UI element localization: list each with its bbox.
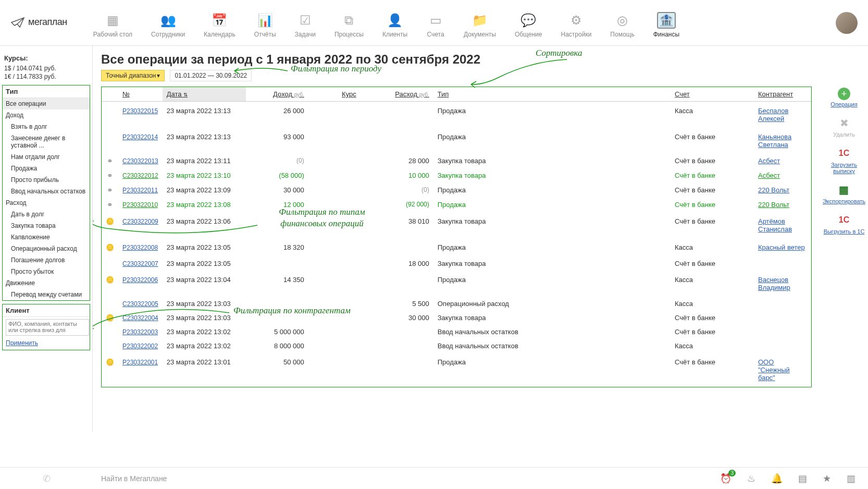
contractor-link[interactable]: Каньянова Светлана [758, 133, 791, 149]
contractor-link[interactable]: 220 Вольт [758, 186, 789, 194]
filter-sub-item[interactable]: Просто прибыль [3, 174, 90, 186]
nav-Рабочий стол[interactable]: ▦Рабочий стол [93, 12, 132, 38]
col-rate[interactable]: Курс [308, 87, 361, 102]
filter-sub-item[interactable]: Капвложение [3, 231, 90, 243]
col-expense[interactable]: Расход руб. [361, 87, 433, 102]
contractor-link[interactable]: ООО "Снежный барс" [758, 358, 790, 382]
filter-sub-item[interactable]: Дать в долг [3, 209, 90, 220]
contractor-link[interactable]: Артёмов Станислав [758, 217, 792, 233]
filter-sub-item[interactable]: Погашение долгов [3, 254, 90, 266]
action-export[interactable]: ▦ Экспортировать [823, 182, 865, 204]
nav-Задачи[interactable]: ☑Задачи [295, 12, 316, 38]
operation-link[interactable]: Р230322015 [122, 107, 158, 115]
cell-account: Касса [671, 238, 754, 256]
filter-expense-header[interactable]: Расход [3, 197, 90, 209]
operation-link[interactable]: С230322004 [122, 314, 158, 322]
operation-link[interactable]: Р230322011 [122, 187, 158, 194]
nav-Календарь[interactable]: 📅Календарь [204, 12, 235, 38]
action-upload-1c[interactable]: 1С Выгрузить в 1С [824, 213, 865, 235]
action-load-statement[interactable]: 1С Загрузить выписку [820, 146, 868, 174]
operation-link[interactable]: С230322005 [122, 300, 158, 308]
contractor-link[interactable]: Беспалов Алексей [758, 107, 788, 123]
cell-income: 12 000 [246, 198, 308, 212]
cell-account: Касса [671, 271, 754, 297]
table-row[interactable]: 🪙 Р230322006 23 марта 2022 13:04 14 350 … [102, 271, 811, 297]
operation-link[interactable]: Р230322001 [122, 359, 158, 366]
nav-Финансы[interactable]: 🏦Финансы [653, 12, 679, 38]
col-contractor[interactable]: Контрагент [754, 87, 811, 102]
nav-Документы[interactable]: 📁Документы [464, 12, 496, 38]
operation-link[interactable]: С230322013 [122, 157, 158, 165]
operation-link[interactable]: Р230322003 [122, 328, 158, 336]
filter-sub-item[interactable]: Ввод начальных остатков [3, 186, 90, 197]
table-row[interactable]: С230322005 23 марта 2022 13:03 5 500 Опе… [102, 297, 811, 311]
nav-Общение[interactable]: 💬Общение [515, 12, 542, 38]
cell-expense [361, 353, 433, 387]
table-row[interactable]: Р230322015 23 марта 2022 13:13 26 000 Пр… [102, 102, 811, 128]
nav-label: Финансы [653, 31, 679, 38]
table-row[interactable]: ⚭ С230322012 23 марта 2022 13:10 (58 000… [102, 168, 811, 183]
filter-sub-item[interactable]: Взять в долг [3, 121, 90, 132]
nav-Процессы[interactable]: ⧉Процессы [334, 12, 364, 38]
filter-sub-item[interactable]: Операционный расход [3, 243, 90, 254]
table-row[interactable]: ⚭ Р230322010 23 марта 2022 13:08 12 000 … [102, 198, 811, 212]
cell-contractor: ООО "Снежный барс" [754, 353, 811, 387]
logo[interactable]: мегаплан [10, 17, 67, 28]
operation-link[interactable]: Р230322008 [122, 244, 158, 251]
filter-income-header[interactable]: Доход [3, 109, 90, 121]
table-row[interactable]: Р230322003 23 марта 2022 13:02 5 000 000… [102, 325, 811, 339]
cell-account: Счёт в банке [671, 154, 754, 168]
nav-Отчёты[interactable]: 📊Отчёты [254, 12, 276, 38]
col-date[interactable]: Дата ⇅ [163, 87, 246, 102]
avatar[interactable] [836, 12, 858, 34]
filter-sub-item[interactable]: Закупка товара [3, 220, 90, 231]
table-row[interactable]: Р230322014 23 марта 2022 13:13 93 000 Пр… [102, 128, 811, 154]
contractor-link[interactable]: 220 Вольт [758, 201, 789, 209]
cell-type: Продажа [433, 183, 671, 198]
table-row[interactable]: ⚭ Р230322011 23 марта 2022 13:09 30 000 … [102, 183, 811, 198]
table-row[interactable]: 🪙 Р230322001 23 марта 2022 13:01 50 000 … [102, 353, 811, 387]
client-input[interactable] [6, 319, 89, 336]
filter-move-header[interactable]: Движение [3, 277, 90, 289]
contractor-link[interactable]: Красный ветер [758, 243, 805, 251]
nav-Клиенты[interactable]: 👤Клиенты [382, 12, 407, 38]
table-row[interactable]: 🪙 С230322009 23 марта 2022 13:06 38 010 … [102, 212, 811, 238]
operation-link[interactable]: Р230322014 [122, 133, 158, 141]
operation-link[interactable]: С230322007 [122, 260, 158, 267]
operation-link[interactable]: С230322012 [122, 172, 158, 179]
filter-all-ops[interactable]: Все операции [3, 98, 90, 109]
col-type[interactable]: Тип [433, 87, 671, 102]
filter-sub-item[interactable]: Перевод между счетами [3, 289, 90, 300]
action-delete-label: Удалить [833, 131, 855, 138]
range-dates[interactable]: 01.01.2022 — 30.09.2022 [170, 70, 252, 81]
cell-contractor: Каньянова Светлана [754, 128, 811, 154]
nav-Настройки[interactable]: ⚙Настройки [561, 12, 592, 38]
operation-link[interactable]: Р230322006 [122, 276, 158, 284]
nav-Счета[interactable]: ▭Счета [426, 12, 445, 38]
contractor-link[interactable]: Асбест [758, 157, 780, 165]
cell-contractor [754, 339, 811, 353]
filter-sub-item[interactable]: Занесение денег в уставной ... [3, 132, 90, 151]
table-row[interactable]: ⚭ С230322013 23 марта 2022 13:11 (0) 28 … [102, 154, 811, 168]
table-row[interactable]: 🪙 С230322004 23 марта 2022 13:03 30 000 … [102, 311, 811, 325]
apply-link[interactable]: Применить [6, 339, 38, 347]
operation-link[interactable]: Р230322010 [122, 201, 158, 209]
filter-sub-item[interactable]: Просто убыток [3, 266, 90, 277]
contractor-link[interactable]: Васнецов Владимир [758, 276, 790, 291]
filter-sub-item[interactable]: Продажа [3, 163, 90, 174]
table-row[interactable]: 🪙 Р230322008 23 марта 2022 13:05 18 320 … [102, 238, 811, 256]
col-account[interactable]: Счет [671, 87, 754, 102]
col-number[interactable]: № [118, 87, 163, 102]
operation-link[interactable]: С230322009 [122, 218, 158, 225]
table-row[interactable]: С230322007 23 марта 2022 13:05 18 000 За… [102, 256, 811, 271]
contractor-link[interactable]: Асбест [758, 172, 780, 179]
operation-link[interactable]: Р230322002 [122, 343, 158, 350]
cell-type: Продажа [433, 271, 671, 297]
col-income[interactable]: Доход руб. [246, 87, 308, 102]
nav-Помощь[interactable]: ◎Помощь [610, 12, 634, 38]
table-row[interactable]: Р230322002 23 марта 2022 13:02 8 000 000… [102, 339, 811, 353]
filter-sub-item[interactable]: Нам отдали долг [3, 151, 90, 163]
range-dropdown[interactable]: Точный диапазон ▾ [101, 70, 165, 81]
action-add-operation[interactable]: + Операция [830, 88, 857, 107]
nav-Сотрудники[interactable]: 👥Сотрудники [151, 12, 185, 38]
